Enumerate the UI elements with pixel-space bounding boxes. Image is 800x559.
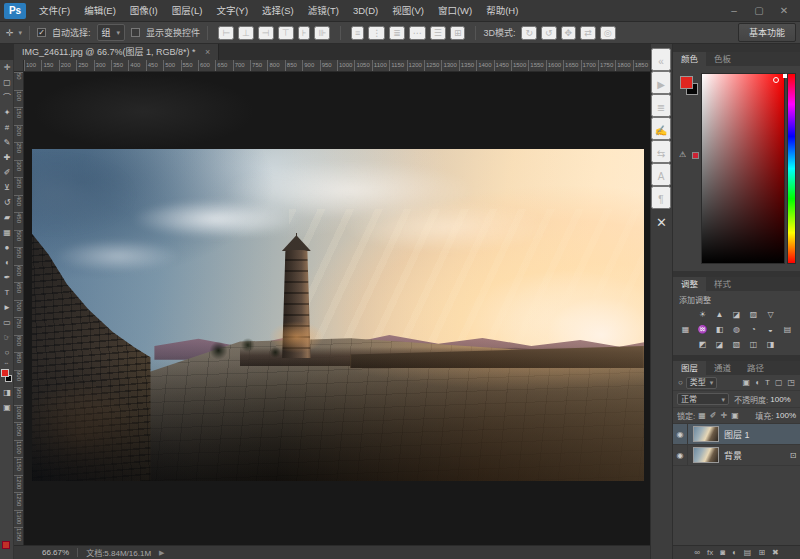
adjustment-icon[interactable]: ◒ xyxy=(764,322,778,337)
distribute-icon[interactable]: ☰ xyxy=(430,26,446,40)
menu-item[interactable]: 选择(S) xyxy=(255,0,301,22)
layer-row[interactable]: ◉ 背景 ⊡ xyxy=(673,445,800,466)
web-safe-color-icon[interactable] xyxy=(692,152,699,159)
lock-option-icon[interactable]: ✛ xyxy=(720,411,729,420)
layers-footer-icon[interactable]: ∞ xyxy=(694,546,700,559)
adjustment-icon[interactable]: ☀ xyxy=(696,307,710,322)
mode3d-icon[interactable]: ↻ xyxy=(521,26,537,40)
tool-button[interactable]: ✦ xyxy=(0,105,14,120)
menu-item[interactable]: 滤镜(T) xyxy=(301,0,346,22)
lock-option-icon[interactable]: ▣ xyxy=(730,411,740,420)
close-button[interactable]: ✕ xyxy=(778,5,790,16)
adjustment-icon[interactable]: ▧ xyxy=(730,337,744,352)
color-field[interactable] xyxy=(701,73,785,264)
menu-item[interactable]: 视图(V) xyxy=(385,0,431,22)
panel-tab[interactable]: 路径 xyxy=(739,361,772,375)
dock-panel-icon[interactable]: ✍ xyxy=(651,117,671,140)
tool-button[interactable]: T xyxy=(0,285,14,300)
tool-button[interactable]: ► xyxy=(0,300,14,315)
tool-button[interactable]: ● xyxy=(0,240,14,255)
dock-panel-icon[interactable]: ▶ xyxy=(651,71,671,94)
tool-preset-caret-icon[interactable]: ▾ xyxy=(19,29,23,37)
menu-item[interactable]: 文字(Y) xyxy=(209,0,255,22)
align-icon[interactable]: ⊣ xyxy=(258,26,274,40)
align-icon[interactable]: ⊤ xyxy=(278,26,294,40)
layers-footer-icon[interactable]: ◙ xyxy=(720,546,725,559)
screen-mode-button[interactable]: ◨ xyxy=(0,385,14,400)
layers-footer-icon[interactable]: ▤ xyxy=(744,546,752,559)
align-icon[interactable]: ⊪ xyxy=(314,26,330,40)
distribute-icon[interactable]: ⊞ xyxy=(450,26,466,40)
adjustment-icon[interactable]: ▦ xyxy=(679,322,693,337)
hue-slider[interactable] xyxy=(787,73,796,264)
layer-thumbnail[interactable] xyxy=(693,426,719,442)
menu-item[interactable]: 窗口(W) xyxy=(431,0,479,22)
tool-button[interactable]: ☞ xyxy=(0,330,14,345)
screen-mode-button[interactable]: ▣ xyxy=(0,400,14,415)
adjustment-icon[interactable]: ◔ xyxy=(747,322,761,337)
adjustment-icon[interactable]: ▽ xyxy=(764,307,778,322)
layers-footer-icon[interactable]: ✖ xyxy=(772,546,779,559)
minimize-button[interactable]: – xyxy=(728,5,740,16)
panel-tab[interactable]: 调整 xyxy=(673,277,706,291)
dock-panel-icon[interactable]: ≣ xyxy=(651,94,671,117)
tool-button[interactable]: ✚ xyxy=(0,150,14,165)
tool-button[interactable]: ▦ xyxy=(0,225,14,240)
panel-tab[interactable]: 颜色 xyxy=(673,52,706,66)
foreground-color-swatch[interactable] xyxy=(680,76,693,89)
auto-select-dropdown[interactable]: 组 ▾ xyxy=(97,24,126,41)
gamut-warning-icon[interactable]: ⚠ xyxy=(679,150,686,159)
layer-row[interactable]: ◉ 图层 1 xyxy=(673,424,800,445)
tool-button[interactable]: ✐ xyxy=(0,165,14,180)
visibility-eye-icon[interactable]: ◉ xyxy=(673,445,688,465)
menu-item[interactable]: 编辑(E) xyxy=(77,0,123,22)
tool-button[interactable]: ◖ xyxy=(0,255,14,270)
adjustment-icon[interactable]: ◫ xyxy=(747,337,761,352)
filter-type-dropdown[interactable]: 类型 ▾ xyxy=(686,377,718,389)
layer-thumbnail[interactable] xyxy=(693,447,719,463)
tool-button[interactable]: ✒ xyxy=(0,270,14,285)
move-tool-icon[interactable]: ✛ xyxy=(4,28,16,38)
tool-button[interactable]: ▢ xyxy=(0,75,14,90)
distribute-icon[interactable]: ≣ xyxy=(389,26,405,40)
adjustment-icon[interactable]: ◪ xyxy=(730,307,744,322)
align-icon[interactable]: ⊢ xyxy=(218,26,234,40)
dock-panel-icon[interactable]: ⇆ xyxy=(651,140,671,163)
mode3d-icon[interactable]: ⇄ xyxy=(580,26,596,40)
close-panel-icon[interactable]: ✕ xyxy=(656,215,667,230)
tool-button[interactable]: ▰ xyxy=(0,210,14,225)
tool-button[interactable]: ▭ xyxy=(0,315,14,330)
layer-filter-icon[interactable]: T xyxy=(764,378,771,387)
adjustment-icon[interactable]: ◪ xyxy=(713,337,727,352)
mode3d-icon[interactable]: ↺ xyxy=(541,26,557,40)
photo-canvas[interactable] xyxy=(32,149,644,481)
adjustment-icon[interactable]: ▲ xyxy=(713,307,727,322)
tool-button[interactable]: ⌒ xyxy=(0,90,14,105)
adjustment-icon[interactable]: ◨ xyxy=(764,337,778,352)
tool-button[interactable]: ✎ xyxy=(0,135,14,150)
dock-panel-icon[interactable]: ¶ xyxy=(651,186,671,209)
layers-footer-icon[interactable]: ◐ xyxy=(732,546,737,559)
dock-panel-icon[interactable]: A xyxy=(651,163,671,186)
distribute-icon[interactable]: ⋮ xyxy=(368,26,385,40)
layer-filter-icon[interactable]: ◳ xyxy=(786,378,796,387)
distribute-icon[interactable]: ≡ xyxy=(351,26,364,40)
show-transform-checkbox[interactable] xyxy=(131,28,140,37)
tool-button[interactable]: ○ xyxy=(0,345,14,360)
panel-tab[interactable]: 图层 xyxy=(673,361,706,375)
panel-tab[interactable]: 样式 xyxy=(706,277,739,291)
adjustment-icon[interactable]: ◍ xyxy=(730,322,744,337)
dock-panel-icon[interactable]: « xyxy=(651,48,671,71)
tool-button[interactable]: ↺ xyxy=(0,195,14,210)
layer-filter-icon[interactable]: ◐ xyxy=(754,378,761,387)
adjustment-icon[interactable]: ▤ xyxy=(781,322,795,337)
layers-footer-icon[interactable]: fx xyxy=(707,546,713,559)
align-icon[interactable]: ⊥ xyxy=(238,26,254,40)
tool-button[interactable]: ⊻ xyxy=(0,180,14,195)
auto-select-checkbox[interactable]: ✓ xyxy=(37,28,46,37)
foreground-color-swatch[interactable] xyxy=(1,369,9,377)
adjustment-icon[interactable]: ◩ xyxy=(696,337,710,352)
adjustment-icon[interactable]: ♒ xyxy=(696,322,710,337)
mode3d-icon[interactable]: ◎ xyxy=(600,26,616,40)
panel-tab[interactable]: 通道 xyxy=(706,361,739,375)
